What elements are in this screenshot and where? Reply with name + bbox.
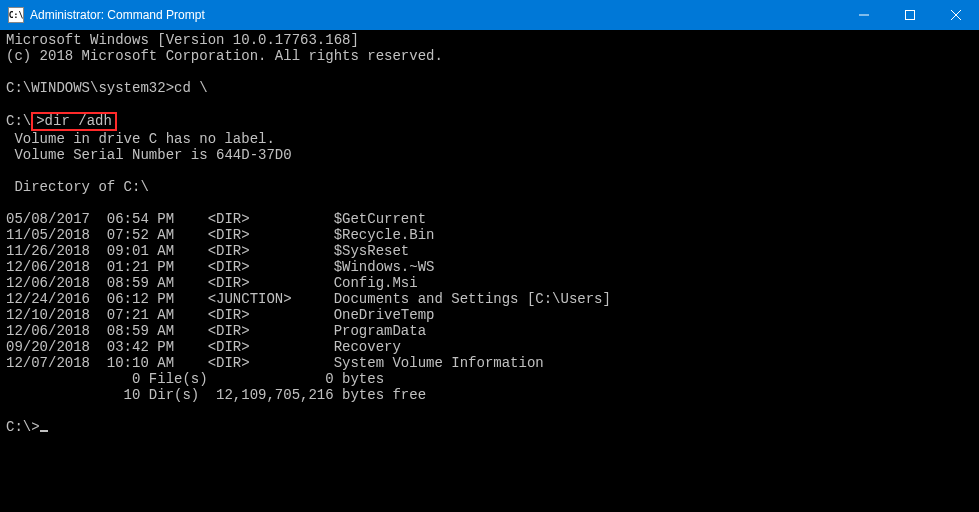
highlighted-command: >dir /adh	[31, 112, 117, 131]
titlebar[interactable]: C:\ Administrator: Command Prompt	[0, 0, 979, 30]
minimize-icon	[859, 10, 869, 20]
maximize-icon	[905, 10, 915, 20]
svg-rect-0	[906, 11, 915, 20]
cursor	[40, 430, 48, 432]
maximize-button[interactable]	[887, 0, 933, 30]
cmd-icon: C:\	[8, 7, 24, 23]
close-button[interactable]	[933, 0, 979, 30]
window-title: Administrator: Command Prompt	[30, 8, 205, 22]
close-icon	[951, 10, 961, 20]
command-prompt-window: C:\ Administrator: Command Prompt Micros…	[0, 0, 979, 512]
minimize-button[interactable]	[841, 0, 887, 30]
window-controls	[841, 0, 979, 30]
terminal-output[interactable]: Microsoft Windows [Version 10.0.17763.16…	[0, 30, 979, 512]
